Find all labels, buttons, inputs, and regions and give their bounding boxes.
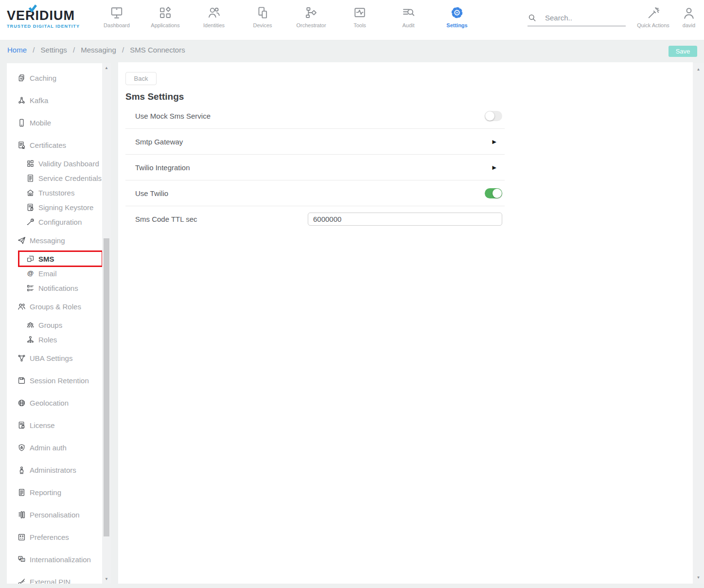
sidebar-item-license[interactable]: License <box>7 414 111 436</box>
audit-icon <box>401 4 416 21</box>
toggle-knob <box>485 111 494 121</box>
nav-label: Dashboard <box>104 22 130 28</box>
sidebar-item-email[interactable]: @Email <box>7 266 111 281</box>
sidebar-item-configuration[interactable]: Configuration <box>7 214 111 229</box>
sidebar-item-label: Preferences <box>30 533 69 541</box>
quick-actions-label: Quick Actions <box>637 22 669 28</box>
sidebar-item-preferences[interactable]: Preferences <box>7 526 111 548</box>
veridium-logo[interactable]: VERIDIUM TRUSTED DIGITAL IDENTITY <box>7 6 80 29</box>
nav-orchestrator[interactable]: Orchestrator <box>287 4 335 28</box>
nav-label: Tools <box>353 22 366 28</box>
setting-row-sms-code-ttl-sec: Sms Code TTL sec <box>125 206 505 232</box>
sidebar-item-internationalization[interactable]: AaInternationalization <box>7 548 111 570</box>
sidebar-item-sms[interactable]: SMS <box>7 251 111 266</box>
sidebar-item-mobile[interactable]: Mobile <box>7 111 111 134</box>
sidebar-item-label: License <box>30 421 55 429</box>
sms-settings-panel: Back Sms Settings Use Mock Sms ServiceSm… <box>118 62 693 584</box>
sidebar-item-truststores[interactable]: Truststores <box>7 185 111 200</box>
search-icon <box>528 13 537 22</box>
sidebar-item-external-pin[interactable]: External PIN <box>7 570 111 584</box>
scroll-up-icon[interactable]: ▲ <box>693 67 704 71</box>
sidebar-item-roles[interactable]: Roles <box>7 332 111 347</box>
scroll-down-icon[interactable]: ▼ <box>102 577 111 581</box>
sms-icon <box>25 254 35 264</box>
sidebar-item-reporting[interactable]: Reporting <box>7 481 111 503</box>
notifications-list-icon <box>25 283 35 293</box>
breadcrumb-sms-connectors: SMS Connectors <box>130 46 185 54</box>
sidebar-item-label: Signing Keystore <box>38 203 93 212</box>
nav-label: Orchestrator <box>296 22 326 28</box>
setting-label: Twilio Integration <box>135 163 190 172</box>
nav-devices[interactable]: Devices <box>238 4 287 28</box>
search-input[interactable] <box>545 14 618 22</box>
user-icon <box>682 5 696 21</box>
sidebar-item-service-credentials[interactable]: Service Credentials <box>7 171 111 185</box>
nav-audit[interactable]: Audit <box>384 4 433 28</box>
arrow-right-icon[interactable]: ▶ <box>493 139 496 145</box>
breadcrumb-separator: / <box>118 46 128 54</box>
user-menu[interactable]: david <box>677 5 701 28</box>
page-scrollbar[interactable]: ▲ ▼ <box>693 63 704 584</box>
nav-label: Devices <box>253 22 272 28</box>
nav-applications[interactable]: Applications <box>141 4 190 28</box>
breadcrumb-messaging[interactable]: Messaging <box>81 46 116 54</box>
scroll-down-icon[interactable]: ▼ <box>693 575 704 580</box>
sidebar-item-session-retention[interactable]: Session Retention <box>7 369 111 392</box>
preferences-icon <box>17 532 26 542</box>
nav-settings[interactable]: Settings <box>433 4 481 28</box>
setting-row-use-mock-sms-service: Use Mock Sms Service <box>125 103 505 129</box>
dashboard-icon <box>109 4 124 21</box>
settings-sidebar: CachingKafkaMobileCertificatesValidity D… <box>7 63 111 584</box>
sidebar-item-personalisation[interactable]: Personalisation <box>7 503 111 526</box>
quick-actions-button[interactable]: Quick Actions <box>633 5 674 28</box>
sidebar-item-groups-roles[interactable]: Groups & Roles <box>7 295 111 318</box>
sidebar-item-uba-settings[interactable]: UBA Settings <box>7 347 111 369</box>
wand-icon <box>646 5 661 21</box>
use-twilio-toggle[interactable] <box>485 188 502 198</box>
sidebar-item-kafka[interactable]: Kafka <box>7 89 111 111</box>
nav-dashboard[interactable]: Dashboard <box>92 4 141 28</box>
breadcrumb-separator: / <box>69 46 79 54</box>
floppy-disk-icon <box>17 375 26 385</box>
share-nodes-icon <box>17 353 26 363</box>
sidebar-item-validity-dashboard[interactable]: Validity Dashboard <box>7 156 111 171</box>
sidebar-item-label: Certificates <box>30 141 66 149</box>
groups-roles-icon <box>17 302 26 311</box>
nav-identities[interactable]: Identities <box>190 4 238 28</box>
applications-icon <box>158 4 173 21</box>
arrow-right-icon[interactable]: ▶ <box>493 164 496 171</box>
administrator-icon <box>17 465 26 475</box>
nav-label: Audit <box>402 22 414 28</box>
scroll-up-icon[interactable]: ▲ <box>102 66 111 70</box>
back-button[interactable]: Back <box>125 72 157 85</box>
mobile-icon <box>17 118 26 127</box>
sidebar-item-geolocation[interactable]: Geolocation <box>7 392 111 414</box>
svg-text:A: A <box>22 558 24 561</box>
brand-tagline: TRUSTED DIGITAL IDENTITY <box>7 24 80 29</box>
use-mock-sms-service-toggle[interactable] <box>485 111 502 121</box>
sidebar-scrollbar[interactable]: ▲ ▼ <box>102 63 111 584</box>
save-button[interactable]: Save <box>669 46 697 57</box>
sms-code-ttl-sec-input[interactable] <box>308 213 502 226</box>
sidebar-item-certificates[interactable]: Certificates <box>7 134 111 156</box>
sidebar-item-admin-auth[interactable]: Admin auth <box>7 436 111 459</box>
breadcrumb-settings[interactable]: Settings <box>41 46 67 54</box>
kafka-icon <box>17 95 26 105</box>
grid-icon <box>25 159 35 168</box>
nav-tools[interactable]: Tools <box>335 4 384 28</box>
sidebar-list: CachingKafkaMobileCertificatesValidity D… <box>7 63 111 584</box>
caching-icon <box>17 73 26 83</box>
sidebar-item-signing-keystore[interactable]: Signing Keystore <box>7 200 111 214</box>
nav-label: Settings <box>446 22 467 28</box>
setting-row-use-twilio: Use Twilio <box>125 180 505 206</box>
sidebar-item-groups[interactable]: Groups <box>7 318 111 332</box>
sidebar-item-label: Email <box>38 269 57 278</box>
sidebar-item-notifications[interactable]: Notifications <box>7 281 111 295</box>
sidebar-item-messaging[interactable]: Messaging <box>7 229 111 251</box>
breadcrumb: Home / Settings / Messaging / SMS Connec… <box>7 46 185 54</box>
sidebar-item-caching[interactable]: Caching <box>7 67 111 89</box>
setting-row-smtp-gateway: Smtp Gateway▶ <box>125 129 505 155</box>
breadcrumb-home[interactable]: Home <box>7 46 27 54</box>
sidebar-scrollbar-thumb[interactable] <box>104 238 109 536</box>
sidebar-item-administrators[interactable]: Administrators <box>7 459 111 481</box>
